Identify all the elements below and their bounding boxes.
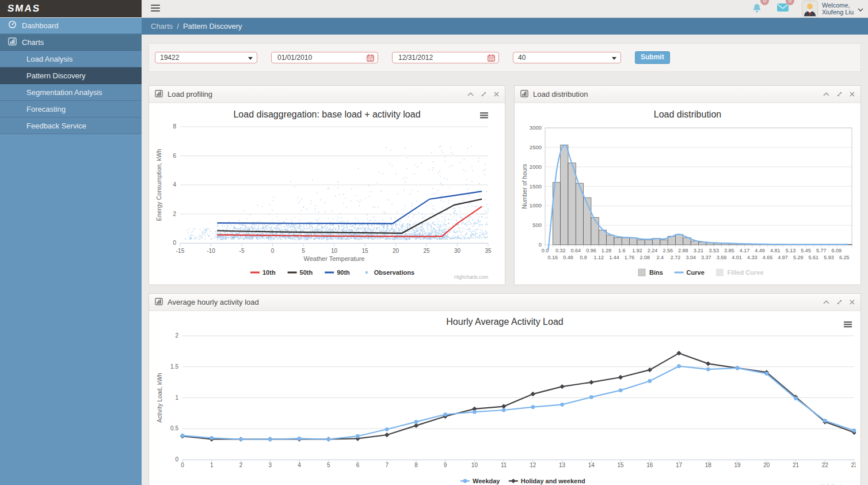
svg-text:3.04: 3.04 [686,255,696,260]
topbar-right: 0 0 Welcome,Xiufeng Liu [751,0,863,17]
svg-text:Activity Load, kWh: Activity Load, kWh [156,373,163,423]
svg-text:1.92: 1.92 [632,248,642,253]
svg-text:13: 13 [559,462,566,468]
panel-chart-icon [155,298,163,307]
svg-text:0: 0 [539,241,542,248]
meter-select[interactable]: 19422 [155,52,257,63]
sidebar-item-label: Segmentation Analysis [26,88,102,97]
legend-item[interactable]: Bins [638,269,663,276]
hourly-activity-chart: Hourly Average Activity Load00.511.52012… [154,316,856,485]
series-Holiday and weekend [180,351,856,442]
legend-item[interactable]: 10th [250,269,276,276]
sidebar-item-feedback-service[interactable]: Feedback Service [0,118,142,134]
sidebar-item-load-analysis[interactable]: Load Analysis [0,51,142,67]
caret-down-icon [612,57,616,60]
svg-text:14: 14 [588,462,595,468]
legend-item[interactable]: Observations [366,269,415,276]
charts-icon [8,37,17,47]
legend-item[interactable]: Weekday [460,478,500,484]
svg-text:-15: -15 [176,248,185,254]
export-menu-icon[interactable] [844,321,852,327]
notifications-button[interactable]: 0 [751,3,764,14]
legend-item[interactable]: Holiday and weekend [509,478,585,484]
svg-text:2.56: 2.56 [663,248,673,253]
sidebar-item-segmentation-analysis[interactable]: Segmentation Analysis [0,84,142,101]
end-date-input[interactable] [397,53,494,62]
expand-icon[interactable] [481,91,487,97]
sidebar-item-dashboard[interactable]: Dashboard [0,17,142,34]
welcome-text: Welcome,Xiufeng Liu [822,2,854,16]
svg-text:1.44: 1.44 [609,255,619,260]
expand-icon[interactable] [836,91,843,97]
sidebar-item-pattern-discovery[interactable]: Pattern Discovery [0,67,142,84]
messages-button[interactable]: 0 [776,3,789,14]
svg-text:90th: 90th [337,269,350,276]
sidebar-item-label: Charts [22,38,44,47]
chevron-down-icon [858,3,863,14]
caret-down-icon [248,57,253,60]
legend-item[interactable]: Curve [675,269,705,276]
svg-text:4.33: 4.33 [747,255,757,260]
sidebar-item-label: Dashboard [22,21,59,30]
svg-text:20: 20 [393,248,399,254]
legend-item[interactable]: 50th [288,269,313,276]
legend-item[interactable]: 90th [325,269,350,276]
start-date-field[interactable] [271,52,378,63]
svg-text:3.85: 3.85 [724,248,734,253]
panel-title: Load profiling [167,90,212,98]
breadcrumb-section[interactable]: Charts [151,22,173,31]
svg-text:5.45: 5.45 [801,248,811,253]
svg-text:3.37: 3.37 [701,255,711,260]
close-icon[interactable] [850,92,855,97]
svg-text:2.4: 2.4 [657,255,664,260]
collapse-icon[interactable] [467,92,474,96]
start-date-input[interactable] [276,53,373,62]
svg-text:Weather Temperature: Weather Temperature [304,255,365,262]
svg-text:16: 16 [646,462,653,468]
svg-text:11: 11 [501,462,507,468]
sidebar-item-charts[interactable]: Charts [0,34,142,51]
content: 19422 40 [142,35,868,485]
close-icon[interactable] [494,92,499,97]
svg-text:0: 0 [181,462,184,468]
panel-chart-icon [155,90,163,99]
sidebar-item-forecasting[interactable]: Forecasting [0,101,142,118]
svg-text:19: 19 [734,462,741,468]
submit-button[interactable]: Submit [635,51,670,64]
collapse-icon[interactable] [823,92,829,96]
dashboard-icon [8,20,17,31]
svg-text:5.13: 5.13 [786,248,796,253]
user-menu[interactable]: Welcome,Xiufeng Liu [802,1,863,17]
close-icon[interactable] [850,300,855,305]
panel-title: Load distribution [533,90,588,98]
legend-item[interactable]: Filled Curve [717,269,764,276]
svg-text:1.12: 1.12 [594,255,604,260]
avatar [802,1,818,17]
svg-text:1.6: 1.6 [618,248,626,253]
histogram-svg: Load distribution05001000150020002500300… [519,108,856,281]
bins-select[interactable]: 40 [513,52,621,63]
svg-text:1: 1 [210,462,214,468]
sidebar-item-label: Pattern Discovery [26,71,86,80]
svg-text:Bins: Bins [649,269,663,276]
svg-text:Energy Consumption, kWh: Energy Consumption, kWh [155,149,162,221]
svg-text:2: 2 [239,462,243,468]
sidebar-toggle-icon[interactable] [151,5,160,13]
collapse-icon[interactable] [823,300,829,304]
svg-text:9: 9 [444,462,447,468]
sidebar: Dashboard Charts Load Analysis Pattern D… [0,17,142,485]
scatter-svg: Load disaggregation: base load + activit… [154,108,500,281]
expand-icon[interactable] [836,299,843,305]
svg-text:500: 500 [532,222,542,228]
export-menu-icon[interactable] [480,112,488,118]
end-date-field[interactable] [392,52,499,63]
svg-text:10: 10 [471,462,478,468]
svg-text:6: 6 [173,153,176,159]
svg-text:5.77: 5.77 [816,248,827,253]
svg-text:0.48: 0.48 [563,255,573,260]
series-90th [217,191,482,223]
svg-text:25: 25 [423,248,430,254]
filter-bar: 19422 40 [149,43,861,72]
svg-text:3000: 3000 [530,124,542,131]
calendar-icon [488,54,495,63]
